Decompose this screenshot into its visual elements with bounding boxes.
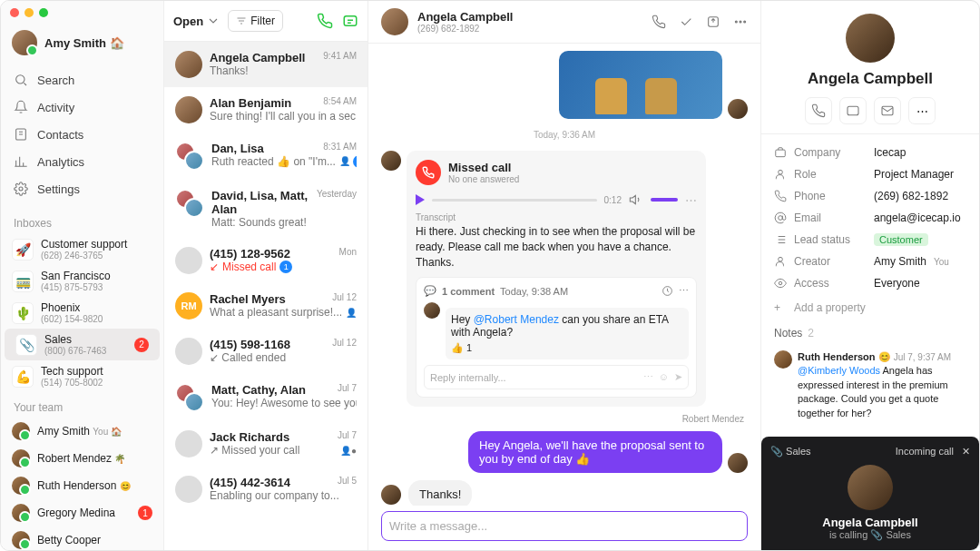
inbox-item[interactable]: 🌵Phoenix(602) 154-9820 <box>1 297 163 329</box>
new-message-icon[interactable] <box>342 13 358 29</box>
emoji-icon[interactable]: ☺ <box>659 371 669 383</box>
audio-track[interactable] <box>432 199 597 202</box>
new-call-icon[interactable] <box>317 13 333 29</box>
conversation-item[interactable]: RMRachel MyersJul 12What a pleasant surp… <box>164 283 368 329</box>
briefcase-icon <box>774 146 787 159</box>
team-header: Your team <box>1 392 163 418</box>
open-filter-dropdown[interactable]: Open <box>173 14 220 28</box>
reaction[interactable]: 👍 1 <box>451 342 683 354</box>
volume-icon[interactable] <box>629 192 643 207</box>
shared-image[interactable] <box>559 51 722 119</box>
team-member[interactable]: Gregory Medina1 <box>1 499 163 526</box>
conversation-item[interactable]: (415) 442-3614Jul 5Enabling our company … <box>164 467 368 512</box>
outgoing-message: Hey Angela, we'll have the proposal sent… <box>468 431 722 473</box>
filter-button[interactable]: Filter <box>228 10 283 32</box>
anon-avatar <box>175 476 202 503</box>
internal-reply-input[interactable]: Reply internally... ⋯ ☺ ➤ <box>424 365 689 389</box>
team-member[interactable]: Betty Cooper <box>1 526 163 551</box>
message-input[interactable]: Write a message... <box>381 511 748 541</box>
anon-avatar <box>175 247 202 274</box>
conversation-item[interactable]: Jack RichardsJul 7↗ Missed your call👤● <box>164 421 368 467</box>
note-item: Ruth Henderson 😊 Jul 7, 9:37 AM @Kimberl… <box>761 345 979 426</box>
reply-more-icon[interactable]: ⋯ <box>643 371 653 383</box>
eye-icon <box>774 277 787 290</box>
profile-message-button[interactable] <box>839 97 867 124</box>
team-member[interactable]: Ruth Henderson 😊 <box>1 472 163 499</box>
phone-icon <box>774 190 787 202</box>
nav-search[interactable]: Search <box>1 66 163 93</box>
call-icon[interactable] <box>652 15 666 29</box>
thread-more-icon[interactable]: ⋯ <box>679 285 689 297</box>
contacts-icon <box>14 127 28 142</box>
property-row[interactable]: CompanyIcecap <box>774 142 966 163</box>
current-user[interactable]: Amy Smith 🏠 <box>1 25 163 61</box>
contact-avatar <box>381 8 408 35</box>
nav-gear[interactable]: Settings <box>1 175 163 202</box>
close-toast[interactable]: ✕ <box>962 446 970 457</box>
bell-icon <box>14 100 28 114</box>
inbox-emoji: 📎 <box>15 334 37 356</box>
volume-slider[interactable] <box>651 198 678 202</box>
profile-more-button[interactable]: ⋯ <box>908 97 936 124</box>
add-property[interactable]: +Add a property <box>761 301 979 321</box>
maximize-window[interactable] <box>39 8 48 17</box>
svg-point-0 <box>16 75 24 84</box>
team-member[interactable]: Amy Smith You 🏠 <box>1 418 163 445</box>
conversation-item[interactable]: Dan, Lisa8:31 AMRuth reacted 👍 on "I'm..… <box>164 133 368 180</box>
anon-avatar <box>175 338 202 365</box>
profile-email-button[interactable] <box>874 97 901 124</box>
more-icon[interactable] <box>733 15 748 29</box>
minimize-window[interactable] <box>24 8 34 17</box>
incoming-call-toast: 📎 Sales Incoming call ✕ Angela Campbell … <box>761 437 979 550</box>
property-row[interactable]: Phone(269) 682-1892 <box>774 185 966 207</box>
inbox-item[interactable]: 📎Sales(800) 676-74632 <box>5 329 160 360</box>
unread-badge: 1 <box>138 506 152 520</box>
property-row[interactable]: RoleProject Manager <box>774 163 966 185</box>
missed-call-card: Missed call No one answered 0:12 ⋯ Trans… <box>407 151 706 407</box>
conversation-item[interactable]: Alan Benjamin8:54 AMSure thing! I'll cal… <box>164 87 368 133</box>
mention[interactable]: @Kimberly Woods <box>798 365 880 376</box>
property-row[interactable]: AccessEveryone <box>774 272 966 294</box>
mark-done-icon[interactable] <box>679 15 693 29</box>
archive-icon[interactable] <box>706 15 720 29</box>
inbox-item[interactable]: 🚀Customer support(628) 246-3765 <box>1 233 163 265</box>
mention[interactable]: @Robert Mendez <box>474 313 559 326</box>
conversation-item[interactable]: David, Lisa, Matt, AlanYesterdayMatt: So… <box>164 180 368 238</box>
status-tag: Customer <box>874 233 928 246</box>
property-row[interactable]: Lead statusCustomer <box>774 229 966 251</box>
conversation-item[interactable]: (415) 598-1168Jul 12↙ Called ended <box>164 329 368 374</box>
conversation-item[interactable]: Matt, Cathy, AlanJul 7You: Hey! Awesome … <box>164 374 368 421</box>
play-voicemail[interactable] <box>416 194 425 205</box>
send-icon[interactable]: ➤ <box>674 371 682 383</box>
missed-call-icon <box>416 160 441 185</box>
conversation-item[interactable]: (415) 128-9562Mon↙ Missed call1 <box>164 238 368 283</box>
nav-contacts[interactable]: Contacts <box>1 121 163 148</box>
user-avatar <box>12 30 37 55</box>
image-message <box>559 51 748 119</box>
profile-call-button[interactable] <box>805 97 832 124</box>
at-icon <box>774 212 787 224</box>
nav-bell[interactable]: Activity <box>1 93 163 121</box>
close-window[interactable] <box>10 8 19 17</box>
inbox-emoji: 🚃 <box>12 271 34 292</box>
commenter-avatar <box>424 302 440 319</box>
team-member[interactable]: Robert Mendez 🌴 <box>1 445 163 472</box>
property-row[interactable]: Emailangela@icecap.io <box>774 207 966 229</box>
clock-icon[interactable] <box>662 285 673 297</box>
svg-point-6 <box>740 21 741 23</box>
anon-avatar <box>175 430 202 458</box>
contact-avatar <box>381 485 401 505</box>
svg-point-2 <box>19 187 23 191</box>
inbox-item[interactable]: 💪Tech support(514) 705-8002 <box>1 360 163 392</box>
contact-panel: Angela Campbell ⋯ CompanyIcecapRoleProje… <box>761 1 979 550</box>
conversation-item[interactable]: Angela Campbell9:41 AMThanks! <box>164 42 368 87</box>
unread-badge: 2 <box>134 338 149 352</box>
inboxes-header: Inboxes <box>1 208 163 233</box>
chat-phone: (269) 682-1892 <box>417 24 513 34</box>
sender-avatar <box>728 453 748 473</box>
svg-rect-9 <box>848 106 858 114</box>
inbox-item[interactable]: 🚃San Francisco(415) 875-5793 <box>1 265 163 297</box>
nav-analytics[interactable]: Analytics <box>1 148 163 175</box>
property-row[interactable]: CreatorAmy Smith You <box>774 251 966 272</box>
voicemail-more-icon[interactable]: ⋯ <box>685 193 697 207</box>
